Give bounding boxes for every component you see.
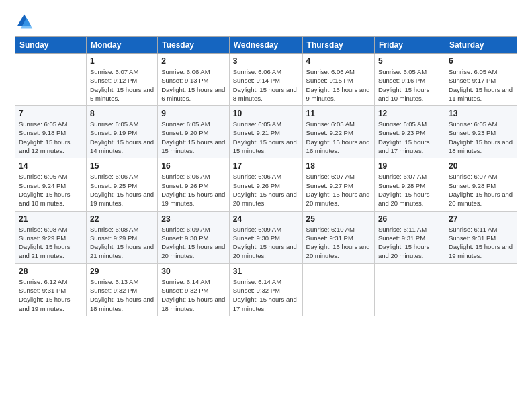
calendar-cell: 31Sunrise: 6:14 AMSunset: 9:32 PMDayligh…: [229, 263, 302, 316]
calendar-cell: 2Sunrise: 6:06 AMSunset: 9:13 PMDaylight…: [158, 54, 230, 106]
day-info: Sunrise: 6:09 AMSunset: 9:30 PMDaylight:…: [233, 225, 299, 261]
calendar-cell: 1Sunrise: 6:07 AMSunset: 9:12 PMDaylight…: [86, 54, 157, 106]
day-number: 9: [161, 109, 226, 118]
calendar-week-1: 1Sunrise: 6:07 AMSunset: 9:12 PMDaylight…: [15, 54, 517, 106]
day-number: 17: [233, 161, 299, 171]
day-number: 3: [233, 56, 299, 66]
day-number: 29: [90, 267, 154, 276]
calendar-cell: 5Sunrise: 6:05 AMSunset: 9:16 PMDaylight…: [374, 54, 445, 106]
day-number: 8: [90, 109, 154, 118]
calendar-week-4: 21Sunrise: 6:08 AMSunset: 9:29 PMDayligh…: [15, 211, 517, 263]
calendar-cell: [374, 263, 445, 316]
calendar-cell: 15Sunrise: 6:06 AMSunset: 9:25 PMDayligh…: [86, 158, 157, 211]
day-info: Sunrise: 6:11 AMSunset: 9:31 PMDaylight:…: [378, 225, 441, 261]
calendar-cell: 14Sunrise: 6:05 AMSunset: 9:24 PMDayligh…: [15, 158, 87, 211]
calendar-cell: 9Sunrise: 6:05 AMSunset: 9:20 PMDaylight…: [158, 106, 230, 158]
logo: [15, 12, 36, 31]
calendar-cell: 10Sunrise: 6:05 AMSunset: 9:21 PMDayligh…: [229, 106, 302, 158]
day-info: Sunrise: 6:14 AMSunset: 9:32 PMDaylight:…: [233, 277, 299, 313]
day-number: 24: [233, 214, 299, 224]
calendar-cell: 17Sunrise: 6:06 AMSunset: 9:26 PMDayligh…: [229, 158, 302, 211]
calendar-cell: 25Sunrise: 6:10 AMSunset: 9:31 PMDayligh…: [302, 211, 374, 263]
weekday-monday: Monday: [86, 37, 157, 54]
calendar-cell: 30Sunrise: 6:14 AMSunset: 9:32 PMDayligh…: [158, 263, 230, 316]
day-number: 1: [90, 56, 154, 66]
day-info: Sunrise: 6:05 AMSunset: 9:21 PMDaylight:…: [233, 120, 299, 155]
day-number: 11: [306, 109, 371, 118]
calendar-cell: 13Sunrise: 6:05 AMSunset: 9:23 PMDayligh…: [445, 106, 517, 158]
day-info: Sunrise: 6:06 AMSunset: 9:14 PMDaylight:…: [233, 67, 299, 103]
day-number: 26: [378, 214, 441, 224]
day-number: 23: [161, 214, 226, 224]
day-number: 27: [449, 214, 513, 224]
day-info: Sunrise: 6:09 AMSunset: 9:30 PMDaylight:…: [161, 225, 226, 261]
day-number: 18: [306, 161, 371, 171]
calendar-cell: 20Sunrise: 6:07 AMSunset: 9:28 PMDayligh…: [445, 158, 517, 211]
calendar-cell: 29Sunrise: 6:13 AMSunset: 9:32 PMDayligh…: [86, 263, 157, 316]
day-info: Sunrise: 6:08 AMSunset: 9:29 PMDaylight:…: [19, 225, 83, 261]
calendar-cell: 16Sunrise: 6:06 AMSunset: 9:26 PMDayligh…: [158, 158, 230, 211]
day-number: 7: [19, 109, 83, 118]
weekday-thursday: Thursday: [302, 37, 374, 54]
day-info: Sunrise: 6:06 AMSunset: 9:15 PMDaylight:…: [306, 67, 371, 103]
day-number: 16: [161, 161, 226, 171]
day-number: 22: [90, 214, 154, 224]
day-number: 15: [90, 161, 154, 171]
calendar-cell: [15, 54, 87, 106]
calendar-cell: 19Sunrise: 6:07 AMSunset: 9:28 PMDayligh…: [374, 158, 445, 211]
day-info: Sunrise: 6:06 AMSunset: 9:25 PMDaylight:…: [90, 172, 154, 208]
day-info: Sunrise: 6:07 AMSunset: 9:27 PMDaylight:…: [306, 172, 371, 208]
calendar-cell: 22Sunrise: 6:08 AMSunset: 9:29 PMDayligh…: [86, 211, 157, 263]
day-number: 30: [161, 267, 226, 276]
day-info: Sunrise: 6:05 AMSunset: 9:23 PMDaylight:…: [378, 120, 441, 155]
calendar-week-5: 28Sunrise: 6:12 AMSunset: 9:31 PMDayligh…: [15, 263, 517, 316]
day-number: 13: [449, 109, 513, 118]
day-number: 19: [378, 161, 441, 171]
day-info: Sunrise: 6:05 AMSunset: 9:16 PMDaylight:…: [378, 67, 441, 103]
day-number: 14: [19, 161, 83, 171]
weekday-header-row: SundayMondayTuesdayWednesdayThursdayFrid…: [15, 37, 517, 54]
day-number: 4: [306, 56, 371, 66]
calendar-cell: 6Sunrise: 6:05 AMSunset: 9:17 PMDaylight…: [445, 54, 517, 106]
day-number: 31: [233, 267, 299, 276]
day-info: Sunrise: 6:05 AMSunset: 9:24 PMDaylight:…: [19, 172, 83, 208]
day-number: 12: [378, 109, 441, 118]
weekday-wednesday: Wednesday: [229, 37, 302, 54]
calendar-cell: 27Sunrise: 6:11 AMSunset: 9:31 PMDayligh…: [445, 211, 517, 263]
calendar-cell: 26Sunrise: 6:11 AMSunset: 9:31 PMDayligh…: [374, 211, 445, 263]
day-info: Sunrise: 6:05 AMSunset: 9:22 PMDaylight:…: [306, 120, 371, 155]
calendar-cell: 21Sunrise: 6:08 AMSunset: 9:29 PMDayligh…: [15, 211, 87, 263]
day-info: Sunrise: 6:05 AMSunset: 9:23 PMDaylight:…: [449, 120, 513, 155]
day-number: 21: [19, 214, 83, 224]
calendar-cell: [302, 263, 374, 316]
day-number: 6: [449, 56, 513, 66]
calendar-cell: 18Sunrise: 6:07 AMSunset: 9:27 PMDayligh…: [302, 158, 374, 211]
day-info: Sunrise: 6:06 AMSunset: 9:26 PMDaylight:…: [161, 172, 226, 208]
day-info: Sunrise: 6:08 AMSunset: 9:29 PMDaylight:…: [90, 225, 154, 261]
calendar-cell: 28Sunrise: 6:12 AMSunset: 9:31 PMDayligh…: [15, 263, 87, 316]
day-info: Sunrise: 6:06 AMSunset: 9:13 PMDaylight:…: [161, 67, 226, 103]
day-info: Sunrise: 6:06 AMSunset: 9:26 PMDaylight:…: [233, 172, 299, 208]
day-info: Sunrise: 6:11 AMSunset: 9:31 PMDaylight:…: [449, 225, 513, 261]
day-number: 10: [233, 109, 299, 118]
day-info: Sunrise: 6:07 AMSunset: 9:12 PMDaylight:…: [90, 67, 154, 103]
weekday-friday: Friday: [374, 37, 445, 54]
header: [15, 12, 517, 31]
calendar-cell: 11Sunrise: 6:05 AMSunset: 9:22 PMDayligh…: [302, 106, 374, 158]
day-info: Sunrise: 6:05 AMSunset: 9:20 PMDaylight:…: [161, 120, 226, 155]
day-info: Sunrise: 6:05 AMSunset: 9:17 PMDaylight:…: [449, 67, 513, 103]
day-info: Sunrise: 6:07 AMSunset: 9:28 PMDaylight:…: [449, 172, 513, 208]
day-number: 20: [449, 161, 513, 171]
calendar: SundayMondayTuesdayWednesdayThursdayFrid…: [15, 36, 517, 316]
calendar-week-3: 14Sunrise: 6:05 AMSunset: 9:24 PMDayligh…: [15, 158, 517, 211]
day-number: 28: [19, 267, 83, 276]
day-info: Sunrise: 6:05 AMSunset: 9:18 PMDaylight:…: [19, 120, 83, 155]
page: SundayMondayTuesdayWednesdayThursdayFrid…: [0, 0, 532, 324]
calendar-week-2: 7Sunrise: 6:05 AMSunset: 9:18 PMDaylight…: [15, 106, 517, 158]
calendar-cell: 7Sunrise: 6:05 AMSunset: 9:18 PMDaylight…: [15, 106, 87, 158]
calendar-cell: 4Sunrise: 6:06 AMSunset: 9:15 PMDaylight…: [302, 54, 374, 106]
day-info: Sunrise: 6:12 AMSunset: 9:31 PMDaylight:…: [19, 277, 83, 313]
day-number: 25: [306, 214, 371, 224]
calendar-cell: [445, 263, 517, 316]
day-number: 5: [378, 56, 441, 66]
